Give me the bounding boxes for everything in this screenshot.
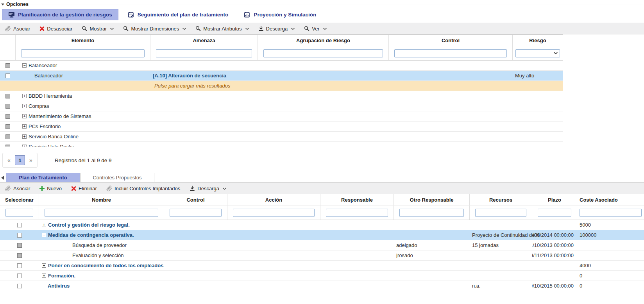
row-checkbox[interactable] [17,284,22,288]
descarga-button[interactable]: Descarga [190,186,226,191]
tab-controles-propuestos[interactable]: Controles Propuestos [80,173,154,182]
col-header-recursos[interactable]: Recursos [470,194,532,206]
tab-planificacion-gestion-riesgos[interactable]: Planificación de la gestión de riesgos [2,9,118,20]
asociar-button[interactable]: Asociar [5,186,30,191]
filter-riesgo-select[interactable] [515,49,560,57]
table-row-antivirus[interactable]: Antivirus n.a. 09/10/2015 00:00:00 0 [0,281,644,291]
tab-seguimiento-plan-tratamiento[interactable]: Seguimiento del plan de tratamiento [122,9,235,20]
col-header-riesgo[interactable]: Riesgo [513,35,563,46]
ver-button[interactable]: Ver [304,26,327,32]
main-tab-bar: Planificación de la gestión de riesgos S… [2,9,644,20]
row-checkbox[interactable] [5,63,10,68]
mostrar-atributos-button[interactable]: Mostrar Atributos [195,26,249,32]
expand-node-icon[interactable]: + [22,114,27,118]
table-row-evaluacion-seleccion[interactable]: Evaluación y selección jrosado 29/11/201… [0,250,644,261]
row-checkbox[interactable] [17,253,22,258]
row-checkbox[interactable] [5,124,10,129]
table-row-servicio-banca-online[interactable]: + Servicio Banca Online [0,132,563,142]
asociar-button[interactable]: Asociar [5,26,30,32]
filter-plazo-input[interactable] [538,209,571,217]
cell-coste [577,250,644,260]
expand-node-icon[interactable]: + [22,104,27,108]
row-checkbox[interactable] [5,73,10,78]
expand-node-icon[interactable]: + [42,223,46,227]
row-checkbox[interactable] [17,274,22,278]
tab-proyeccion-simulacion[interactable]: Proyección y Simulación [238,9,322,20]
eliminar-button[interactable]: Eliminar [71,186,97,191]
filter-responsable-input[interactable] [326,209,388,217]
table-row-balanceador-group[interactable]: − Balanceador [0,61,563,71]
table-row-busqueda-proveedor[interactable]: Búsqueda de proveedor adelgado 15 jornad… [0,240,644,250]
row-checkbox[interactable] [5,114,10,119]
collapse-options-icon[interactable] [1,4,4,5]
col-header-agrupacion-riesgo[interactable]: Agrupación de Riesgo [258,35,389,46]
table-row-servicio-help-desks[interactable]: + Servicio Help Desks [0,142,563,147]
filter-amenaza-input[interactable] [156,49,252,57]
tab-label: Seguimiento del plan de tratamiento [138,12,229,18]
risk-grid-header-row: Elemento Amenaza Agrupación de Riesgo Co… [0,34,563,46]
load-more-row[interactable]: Pulse para cargar más resultados [0,81,563,91]
row-checkbox[interactable] [5,145,10,147]
col-header-control[interactable]: Control [389,35,513,46]
filter-nombre-input[interactable] [45,209,158,217]
tab-plan-de-tratamiento[interactable]: Plan de Tratamiento [6,173,80,182]
filter-control-input[interactable] [170,209,222,217]
table-row-balanceador-item[interactable]: Balanceador [A.10] Alteración de secuenc… [0,71,563,81]
filter-cell-empty [0,46,16,60]
table-row-mantenimiento-sistemas[interactable]: + Mantenimiento de Sistemas [0,111,563,122]
mostrar-dimensiones-button[interactable]: Mostrar Dimensiones [123,26,186,32]
table-row-compras[interactable]: + Compras [0,101,563,111]
collapse-node-icon[interactable]: − [22,63,27,68]
expand-node-icon[interactable]: + [22,124,27,129]
col-header-coste-asociado[interactable]: Coste Asociado [577,194,644,206]
pagination: « 1 » Registros del 1 al 9 de 9 [2,153,644,168]
current-page-button[interactable]: 1 [15,155,25,165]
filter-agrupacion-input[interactable] [263,49,383,57]
expand-node-icon[interactable]: + [42,274,46,278]
table-row-medidas-contingencia[interactable]: − Medidas de contingencia operativa. Pro… [0,230,644,240]
incluir-controles-implantados-button[interactable]: Incluir Controles Implantados [106,186,180,191]
mostrar-button[interactable]: Mostrar [82,26,114,32]
row-checkbox[interactable] [17,233,22,238]
expand-node-icon[interactable]: + [42,263,46,268]
col-header-responsable[interactable]: Responsable [320,194,394,206]
filter-seleccionar-input[interactable] [5,209,33,217]
row-checkbox[interactable] [5,104,10,109]
table-row-poner-en-conocimiento[interactable]: + Poner en conocimiento de todos los emp… [0,261,644,271]
filter-coste-input[interactable] [580,209,642,217]
col-header-control[interactable]: Control [164,194,227,206]
col-header-nombre[interactable]: Nombre [39,194,164,206]
col-header-otro-responsable[interactable]: Otro Responsable [394,194,470,206]
col-header-accion[interactable]: Acción [227,194,320,206]
nuevo-button[interactable]: Nuevo [39,186,62,191]
filter-accion-input[interactable] [233,209,315,217]
expand-node-icon[interactable]: + [22,134,27,139]
collapse-node-icon[interactable]: − [42,233,46,237]
filter-control-input[interactable] [394,49,507,57]
filter-elemento-input[interactable] [21,49,145,57]
row-checkbox[interactable] [5,134,10,139]
load-more-label[interactable]: Pulse para cargar más resultados [0,81,563,91]
col-header-elemento[interactable]: Elemento [16,35,150,46]
col-header-plazo[interactable]: Plazo [532,194,577,206]
table-row-formacion[interactable]: + Formación. 0 [0,271,644,281]
col-header-seleccionar[interactable]: Seleccionar [0,194,39,206]
row-checkbox[interactable] [17,263,22,268]
table-row-bbdd-herramienta[interactable]: + BBDD Herramienta [0,91,563,101]
expand-node-icon[interactable]: + [22,145,27,147]
first-page-button[interactable]: « [6,157,12,163]
row-checkbox[interactable] [17,223,22,227]
filter-recursos-input[interactable] [475,209,526,217]
chevron-down-icon [323,28,327,30]
filter-otro-responsable-input[interactable] [399,209,464,217]
table-row-control-gestion-riesgo-legal[interactable]: + Control y gestión del riesgo legal. 50… [0,220,644,230]
desasociar-button[interactable]: Desasociar [39,26,72,32]
collapse-panel-icon[interactable] [1,176,4,180]
col-header-amenaza[interactable]: Amenaza [150,35,258,46]
row-checkbox[interactable] [17,243,22,248]
descarga-button[interactable]: Descarga [258,26,295,32]
row-checkbox[interactable] [5,94,10,98]
expand-node-icon[interactable]: + [22,94,27,98]
table-row-pcs-escritorio[interactable]: + PCs Escritorio [0,122,563,132]
last-page-button[interactable]: » [28,157,34,163]
